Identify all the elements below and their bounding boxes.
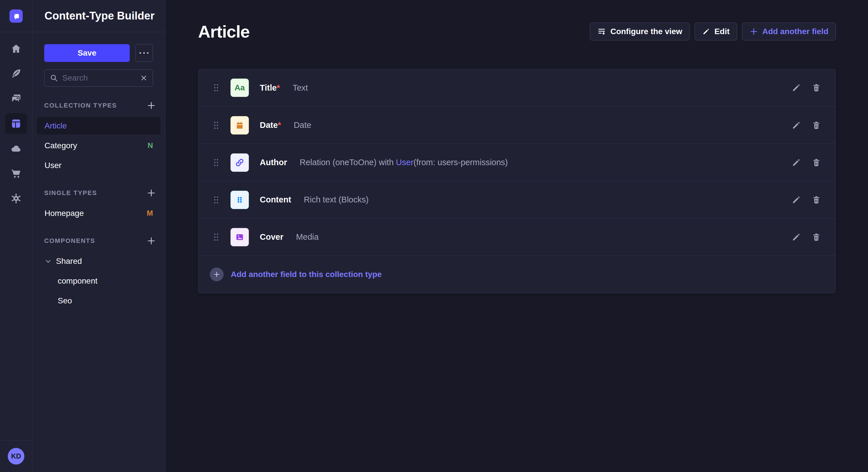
edit-field-button[interactable] bbox=[791, 195, 801, 205]
sidebar-item-seo[interactable]: Seo bbox=[37, 292, 160, 309]
edit-button[interactable]: Edit bbox=[694, 23, 737, 40]
rail-item-home[interactable] bbox=[5, 38, 27, 59]
section-components: COMPONENTS Shared component Seo bbox=[32, 236, 165, 309]
sidebar-item-category[interactable]: Category N bbox=[37, 137, 160, 154]
relation-field-icon bbox=[230, 154, 249, 172]
edit-field-button[interactable] bbox=[791, 232, 801, 242]
edit-field-button[interactable] bbox=[791, 120, 801, 131]
field-type: Text bbox=[292, 83, 308, 93]
trash-icon bbox=[811, 195, 821, 205]
sidebar-item-label: Category bbox=[44, 141, 77, 150]
feather-icon bbox=[10, 68, 22, 79]
sidebar-item-user[interactable]: User bbox=[37, 157, 160, 174]
delete-field-button[interactable] bbox=[811, 120, 822, 131]
gear-icon bbox=[10, 193, 22, 204]
search-input[interactable] bbox=[62, 73, 136, 82]
media-field-icon bbox=[230, 228, 249, 246]
rail-item-content-manager[interactable] bbox=[5, 63, 27, 84]
layout-icon bbox=[10, 118, 22, 129]
chevron-down-icon bbox=[44, 258, 52, 265]
section-label: COMPONENTS bbox=[44, 237, 95, 245]
add-field-link[interactable]: Add another field to this collection typ… bbox=[231, 270, 382, 279]
sidebar-item-label: User bbox=[44, 161, 61, 170]
plus-icon bbox=[147, 236, 156, 245]
sidebar-item-label: Article bbox=[44, 121, 67, 131]
ellipsis-icon: ··· bbox=[139, 48, 150, 58]
sidebar-item-article[interactable]: Article bbox=[37, 117, 160, 134]
delete-field-button[interactable] bbox=[811, 158, 822, 168]
delete-field-button[interactable] bbox=[811, 232, 822, 242]
rail-logo-area bbox=[0, 0, 32, 32]
add-another-field-button[interactable]: Add another field bbox=[742, 23, 836, 40]
pencil-icon bbox=[792, 232, 801, 242]
field-type: Relation (oneToOne) with User(from: user… bbox=[300, 158, 508, 167]
add-component-button[interactable] bbox=[146, 235, 157, 247]
trash-icon bbox=[811, 158, 821, 167]
drag-handle[interactable] bbox=[213, 196, 219, 204]
section-single-types: SINGLE TYPES Homepage M bbox=[32, 188, 165, 222]
component-group-label: Shared bbox=[56, 257, 82, 266]
content-type-builder-sidebar: Content-Type Builder Save ··· COLLECTION… bbox=[32, 0, 165, 472]
add-single-type-button[interactable] bbox=[146, 187, 157, 199]
rail-item-deploy[interactable] bbox=[5, 138, 27, 159]
rail-item-settings[interactable] bbox=[5, 188, 27, 209]
rail-item-marketplace[interactable] bbox=[5, 163, 27, 184]
field-row-author: Author Relation (oneToOne) with User(fro… bbox=[198, 144, 836, 181]
main-content: Article Configure the view Edit Add anot… bbox=[166, 0, 868, 472]
status-badge: M bbox=[147, 209, 153, 217]
plus-icon bbox=[213, 271, 220, 278]
more-options-button[interactable]: ··· bbox=[135, 44, 153, 62]
sidebar-item-homepage[interactable]: Homepage M bbox=[37, 204, 160, 222]
avatar[interactable]: KD bbox=[8, 448, 24, 465]
date-field-icon bbox=[230, 116, 249, 134]
delete-field-button[interactable] bbox=[811, 195, 822, 205]
field-type: Rich text (Blocks) bbox=[304, 195, 369, 204]
configure-view-button[interactable]: Configure the view bbox=[590, 23, 689, 40]
plus-icon bbox=[147, 101, 156, 110]
field-row-date: Date* Date bbox=[198, 106, 836, 144]
sidebar-item-label: component bbox=[58, 276, 98, 285]
add-collection-type-button[interactable] bbox=[146, 100, 157, 111]
strapi-logo-icon[interactable] bbox=[9, 9, 23, 23]
pencil-icon bbox=[792, 83, 801, 93]
plus-icon bbox=[147, 189, 156, 198]
field-name: Author bbox=[260, 158, 287, 167]
page-title: Article bbox=[198, 22, 250, 42]
field-row-title: Aa Title* Text bbox=[198, 69, 836, 106]
required-marker: * bbox=[277, 83, 280, 92]
relation-target-link[interactable]: User bbox=[396, 158, 413, 167]
field-name: Title* bbox=[260, 83, 280, 93]
configure-view-icon bbox=[597, 27, 606, 36]
photos-icon bbox=[10, 93, 22, 104]
drag-handle[interactable] bbox=[213, 121, 219, 130]
clear-search-button[interactable] bbox=[140, 74, 148, 82]
main-nav-rail: KD bbox=[0, 0, 32, 472]
status-badge: N bbox=[148, 141, 153, 150]
rail-item-media-library[interactable] bbox=[5, 88, 27, 109]
text-field-icon: Aa bbox=[230, 78, 249, 97]
cart-icon bbox=[10, 168, 22, 179]
sidebar-item-component[interactable]: component bbox=[37, 272, 160, 290]
blocks-field-icon bbox=[230, 191, 249, 209]
add-field-circle-button[interactable] bbox=[210, 268, 224, 281]
drag-handle[interactable] bbox=[213, 83, 219, 92]
cloud-icon bbox=[10, 143, 22, 154]
save-button[interactable]: Save bbox=[44, 44, 130, 62]
close-icon bbox=[140, 74, 148, 82]
component-group-shared[interactable]: Shared bbox=[37, 252, 160, 270]
add-field-footer[interactable]: Add another field to this collection typ… bbox=[198, 256, 836, 293]
required-marker: * bbox=[278, 121, 281, 130]
pencil-icon bbox=[702, 28, 710, 36]
rail-item-content-type-builder[interactable] bbox=[5, 113, 27, 134]
field-name: Content bbox=[260, 195, 291, 204]
drag-handle[interactable] bbox=[213, 158, 219, 167]
trash-icon bbox=[811, 121, 821, 130]
drag-handle[interactable] bbox=[213, 233, 219, 241]
search-box[interactable] bbox=[44, 69, 153, 87]
edit-field-button[interactable] bbox=[791, 82, 801, 93]
edit-field-button[interactable] bbox=[791, 158, 801, 168]
delete-field-button[interactable] bbox=[811, 82, 822, 93]
section-collection-types: COLLECTION TYPES Article Category N User bbox=[32, 100, 165, 174]
search-icon bbox=[50, 74, 58, 82]
section-label: COLLECTION TYPES bbox=[44, 102, 117, 109]
